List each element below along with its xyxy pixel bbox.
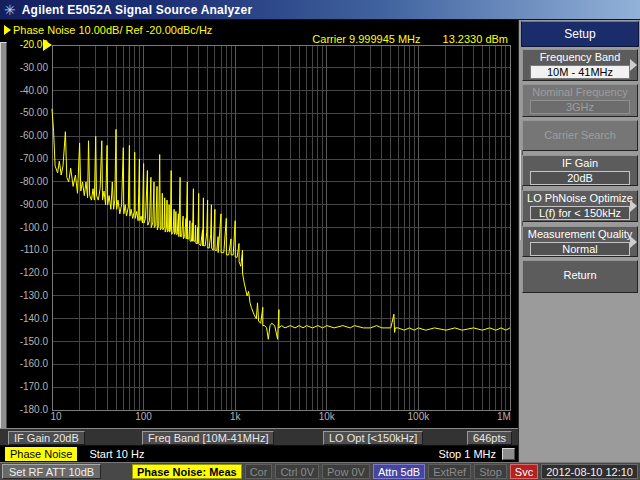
menu-title: Setup <box>521 21 639 47</box>
start-frequency-label: Start 10 Hz <box>89 448 144 460</box>
status-ctrl-0v: Ctrl 0V <box>275 464 319 479</box>
softkey-label: IF Gain <box>523 156 637 171</box>
softkey-return[interactable]: Return <box>522 260 638 293</box>
y-tick-label: -20.00 <box>8 39 48 50</box>
y-tick-label: -150.0 <box>8 336 48 347</box>
softkey-value: Normal <box>530 242 630 256</box>
status-svc: Svc <box>510 464 538 479</box>
submenu-arrow-icon <box>630 236 637 248</box>
y-tick-label: -140.0 <box>8 313 48 324</box>
softkey-label: Carrier Search <box>523 121 637 150</box>
softkey-menu: Setup Frequency Band10M - 41MHzNominal F… <box>518 20 640 462</box>
title-bar: ✳ Agilent E5052A Signal Source Analyzer <box>0 0 640 20</box>
x-tick-label: 1M <box>497 411 511 422</box>
x-tick-label: 100k <box>408 411 430 422</box>
status-2012-08-10-12-10: 2012-08-10 12:10 <box>541 464 638 479</box>
status-attn-5db: Attn 5dB <box>373 464 425 479</box>
softkey-if-gain[interactable]: IF Gain20dB <box>522 155 638 186</box>
context-bar: IF Gain 20dB Freq Band [10M-41MHz] LO Op… <box>0 428 518 446</box>
softkey-value: 3GHz <box>530 100 630 114</box>
window-title: Agilent E5052A Signal Source Analyzer <box>22 3 253 17</box>
y-tick-label: -180.0 <box>8 404 48 415</box>
status-stop: Stop <box>474 464 507 479</box>
y-tick-label: -130.0 <box>8 290 48 301</box>
context-points: 646pts <box>467 431 512 445</box>
softkey-lo-phnoise-optimize[interactable]: LO PhNoise OptimizeL(f) for < 150kHz <box>522 190 638 222</box>
submenu-arrow-icon <box>630 59 637 71</box>
y-tick-label: -80.00 <box>8 176 48 187</box>
y-tick-label: -110.0 <box>8 244 48 255</box>
x-tick-label: 10 <box>50 411 61 422</box>
vertical-scrollbar[interactable] <box>0 42 7 447</box>
y-tick-label: -60.00 <box>8 130 48 141</box>
y-tick-label: -90.00 <box>8 199 48 210</box>
softkey-measurement-quality[interactable]: Measurement QualityNormal <box>522 226 638 257</box>
phase-noise-chart <box>0 20 518 462</box>
y-tick-label: -160.0 <box>8 358 48 369</box>
instrument-screen: ✳ Agilent E5052A Signal Source Analyzer … <box>0 0 640 480</box>
softkey-value: L(f) for < 150kHz <box>530 206 630 220</box>
status-cor: Cor <box>245 464 273 479</box>
y-tick-label: -40.00 <box>8 85 48 96</box>
softkey-value: 20dB <box>530 171 630 185</box>
y-tick-label: -50.00 <box>8 107 48 118</box>
softkey-label: Frequency Band <box>523 50 637 65</box>
y-tick-label: -30.00 <box>8 62 48 73</box>
status-pow-0v: Pow 0V <box>322 464 370 479</box>
submenu-arrow-icon <box>630 200 637 212</box>
trace-name-chip[interactable]: Phase Noise <box>5 447 77 461</box>
trace-bar: Phase Noise Start 10 Hz Stop 1 MHz <box>0 446 518 462</box>
y-tick-label: -100.0 <box>8 222 48 233</box>
context-lo-opt: LO Opt [<150kHz] <box>323 431 423 445</box>
y-tick-label: -170.0 <box>8 381 48 392</box>
agilent-logo-icon: ✳ <box>4 3 16 17</box>
y-tick-label: -70.00 <box>8 153 48 164</box>
horizontal-scrollbar[interactable] <box>502 448 515 460</box>
x-tick-label: 100 <box>135 411 152 422</box>
softkey-value: 10M - 41MHz <box>530 65 630 79</box>
phase-noise-trace <box>52 109 510 339</box>
rf-att-button[interactable]: Set RF ATT 10dB <box>2 464 101 479</box>
status-phase-noise-meas: Phase Noise: Meas <box>132 464 242 479</box>
softkey-label: Nominal Frequency <box>523 85 637 100</box>
x-tick-label: 10k <box>319 411 335 422</box>
status-indicators: Phase Noise: MeasCorCtrl 0VPow 0VAttn 5d… <box>132 464 638 479</box>
softkey-label: LO PhNoise Optimize <box>523 191 637 206</box>
phase-noise-plot-panel: Phase Noise 10.00dB/ Ref -20.00dBc/Hz Ca… <box>0 20 518 462</box>
status-extref: ExtRef <box>428 464 471 479</box>
y-tick-label: -120.0 <box>8 267 48 278</box>
context-if-gain: IF Gain 20dB <box>8 431 85 445</box>
context-freq-band: Freq Band [10M-41MHz] <box>142 431 274 445</box>
ref-level-marker-icon <box>43 39 52 51</box>
softkey-frequency-band[interactable]: Frequency Band10M - 41MHz <box>522 49 638 81</box>
softkey-carrier-search: Carrier Search <box>522 120 638 151</box>
softkey-label: Return <box>523 261 637 290</box>
softkey-nominal-frequency: Nominal Frequency3GHz <box>522 84 638 117</box>
stop-frequency-label: Stop 1 MHz <box>439 448 496 460</box>
softkey-label: Measurement Quality <box>523 227 637 242</box>
status-bar: Set RF ATT 10dB Phase Noise: MeasCorCtrl… <box>0 462 640 480</box>
x-tick-label: 1k <box>230 411 241 422</box>
